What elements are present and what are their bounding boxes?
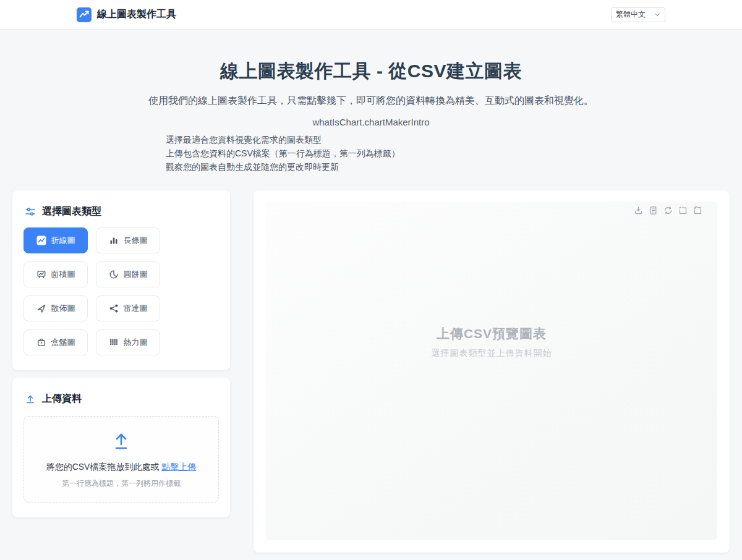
page-subtitle: 使用我們的線上圖表製作工具，只需點擊幾下，即可將您的資料轉換為精美、互動式的圖表… — [0, 95, 742, 108]
csv-dropzone[interactable]: 將您的CSV檔案拖放到此處或 點擊上傳 第一行應為標題，第一列將用作標籤 — [23, 416, 219, 503]
chart-canvas-area: 上傳CSV預覽圖表 選擇圖表類型並上傳資料開始 — [266, 202, 717, 540]
language-selected-value: 繁體中文 — [616, 9, 646, 20]
chart-type-panel-title: 選擇圖表類型 — [42, 205, 101, 218]
bar-chart-icon — [109, 235, 119, 245]
chart-type-panel-header: 選擇圖表類型 — [23, 205, 219, 218]
chart-type-grid: 折線圖 長條圖 — [23, 227, 219, 355]
chart-type-label: 面積圖 — [51, 269, 75, 280]
upload-panel: 上傳資料 將您的CSV檔案拖放到此處或 點擊上傳 第一行應為標題，第一列將用作標… — [12, 378, 230, 517]
placeholder-subtitle: 選擇圖表類型並上傳資料開始 — [266, 348, 717, 359]
left-column: 選擇圖表類型 折線圖 — [12, 190, 230, 517]
chart-type-button-line[interactable]: 折線圖 — [23, 227, 88, 253]
page-title: 線上圖表製作工具 - 從CSV建立圖表 — [0, 59, 742, 84]
app-title: 線上圖表製作工具 — [97, 8, 176, 21]
dropzone-text: 將您的CSV檔案拖放到此處或 點擊上傳 — [46, 462, 197, 473]
upload-panel-title: 上傳資料 — [42, 392, 82, 405]
zoom-select-icon[interactable] — [678, 206, 688, 215]
chart-type-button-pie[interactable]: 圓餅圖 — [96, 261, 160, 287]
save-image-icon[interactable] — [634, 206, 643, 215]
chart-type-button-area[interactable]: 面積圖 — [23, 261, 88, 287]
chart-type-button-scatter[interactable]: 散佈圖 — [23, 295, 88, 321]
chart-placeholder: 上傳CSV預覽圖表 選擇圖表類型並上傳資料開始 — [266, 325, 717, 359]
chart-type-button-bar[interactable]: 長條圖 — [96, 227, 160, 253]
chart-type-label: 雷達圖 — [124, 303, 148, 314]
zoom-reset-icon[interactable] — [693, 206, 702, 215]
restore-icon[interactable] — [663, 206, 673, 215]
scatter-chart-icon — [36, 303, 46, 313]
area-chart-icon — [36, 269, 46, 279]
upload-icon — [25, 394, 36, 405]
chevron-down-icon — [654, 12, 660, 18]
step-item: 選擇最適合您資料視覺化需求的圖表類型 — [166, 133, 576, 146]
app-logo-icon — [77, 7, 92, 22]
steps-list: 選擇最適合您資料視覺化需求的圖表類型 上傳包含您資料的CSV檔案（第一行為標題，… — [166, 133, 576, 174]
intro-i18n-key: whatIsChart.chartMakerIntro — [0, 117, 742, 127]
upload-arrow-icon — [110, 430, 132, 452]
step-item: 觀察您的圖表自動生成並隨您的更改即時更新 — [166, 160, 576, 174]
upload-panel-header: 上傳資料 — [23, 392, 219, 405]
chart-type-label: 折線圖 — [51, 235, 75, 246]
chart-toolbar — [634, 206, 702, 215]
radar-chart-icon — [109, 303, 119, 313]
top-header: 線上圖表製作工具 繁體中文 — [0, 0, 742, 30]
pie-chart-icon — [109, 269, 119, 279]
chart-preview-panel: 上傳CSV預覽圖表 選擇圖表類型並上傳資料開始 — [254, 190, 730, 553]
hero-section: 線上圖表製作工具 - 從CSV建立圖表 使用我們的線上圖表製作工具，只需點擊幾下… — [0, 30, 742, 174]
brand: 線上圖表製作工具 — [77, 7, 176, 22]
sliders-icon — [25, 206, 36, 218]
dropzone-text-part: 將您的CSV檔案拖放到此處或 — [46, 462, 160, 472]
chart-type-button-radar[interactable]: 雷達圖 — [96, 295, 160, 321]
box-plot-icon — [36, 337, 46, 347]
chart-type-label: 圓餅圖 — [124, 269, 148, 280]
click-upload-link[interactable]: 點擊上傳 — [161, 462, 196, 472]
language-selector[interactable]: 繁體中文 — [611, 7, 665, 22]
line-chart-icon — [36, 235, 46, 245]
chart-type-panel: 選擇圖表類型 折線圖 — [12, 190, 230, 370]
chart-type-label: 熱力圖 — [124, 337, 148, 348]
data-view-icon[interactable] — [649, 206, 658, 215]
chart-type-label: 長條圖 — [124, 235, 148, 246]
dropzone-hint: 第一行應為標題，第一列將用作標籤 — [62, 478, 181, 489]
placeholder-title: 上傳CSV預覽圖表 — [266, 325, 717, 342]
chart-type-label: 散佈圖 — [51, 303, 75, 314]
chart-type-button-boxplot[interactable]: 盒鬚圖 — [23, 329, 88, 355]
chart-type-button-heatmap[interactable]: 熱力圖 — [96, 329, 160, 355]
step-item: 上傳包含您資料的CSV檔案（第一行為標題，第一列為標籤） — [166, 146, 576, 160]
heatmap-icon — [109, 337, 119, 347]
chart-type-label: 盒鬚圖 — [51, 337, 75, 348]
